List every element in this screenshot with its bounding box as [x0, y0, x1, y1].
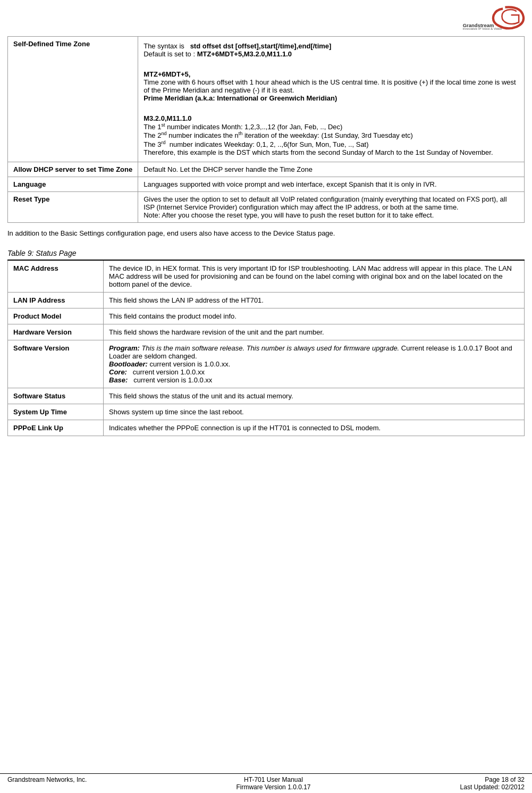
table-row: Reset Type Gives the user the option to …: [8, 191, 525, 222]
table-row: Allow DHCP server to set Time Zone Defau…: [8, 162, 525, 177]
row-label: MAC Address: [8, 260, 104, 293]
footer: Grandstream Networks, Inc. HT-701 User M…: [0, 773, 532, 793]
row-label: Language: [8, 177, 138, 191]
table-row: Self-Defined Time Zone The syntax is std…: [8, 37, 525, 162]
row-content: Gives the user the option to set to defa…: [138, 191, 525, 222]
row-label: Allow DHCP server to set Time Zone: [8, 162, 138, 177]
row-label: Hardware Version: [8, 324, 104, 340]
row-label: System Up Time: [8, 404, 104, 420]
footer-right: Page 18 of 32 Last Updated: 02/2012: [460, 776, 525, 791]
top-table: Self-Defined Time Zone The syntax is std…: [7, 36, 525, 223]
row-content: Indicates whether the PPPoE connection i…: [104, 420, 525, 436]
row-label: Reset Type: [8, 191, 138, 222]
row-label: Software Version: [8, 340, 104, 388]
table-row: Product Model This field contains the pr…: [8, 308, 525, 324]
intro-paragraph: In addition to the Basic Settings config…: [7, 228, 525, 239]
status-table: MAC Address The device ID, in HEX format…: [7, 260, 525, 436]
header: Grandstream Innovative IP Voice & Video: [0, 0, 532, 33]
main-content: Self-Defined Time Zone The syntax is std…: [0, 33, 532, 773]
row-label: LAN IP Address: [8, 293, 104, 308]
row-content: Program: This is the main software relea…: [104, 340, 525, 388]
row-label: PPPoE Link Up: [8, 420, 104, 436]
row-content: Default No. Let the DHCP server handle t…: [138, 162, 525, 177]
table-row: Language Languages supported with voice …: [8, 177, 525, 191]
row-label: Software Status: [8, 388, 104, 404]
footer-left: Grandstream Networks, Inc.: [7, 776, 87, 791]
footer-center: HT-701 User Manual Firmware Version 1.0.…: [236, 776, 310, 791]
table-row: Hardware Version This field shows the ha…: [8, 324, 525, 340]
row-content: This field shows the LAN IP address of t…: [104, 293, 525, 308]
grandstream-logo: Grandstream Innovative IP Voice & Video: [462, 4, 526, 31]
row-content: This field shows the status of the unit …: [104, 388, 525, 404]
logo-area: Grandstream Innovative IP Voice & Video: [462, 4, 526, 31]
row-content: The syntax is std offset dst [offset],st…: [138, 37, 525, 162]
row-content: The device ID, in HEX format. This is ve…: [104, 260, 525, 293]
row-content: This field contains the product model in…: [104, 308, 525, 324]
page-wrapper: Grandstream Innovative IP Voice & Video …: [0, 0, 532, 793]
table-row: Software Version Program: This is the ma…: [8, 340, 525, 388]
row-label: Self-Defined Time Zone: [8, 37, 138, 162]
footer-right-line1: Page 18 of 32: [460, 776, 525, 783]
table-row: LAN IP Address This field shows the LAN …: [8, 293, 525, 308]
table-row: Software Status This field shows the sta…: [8, 388, 525, 404]
row-label: Product Model: [8, 308, 104, 324]
table-caption: Table 9: Status Page: [7, 249, 525, 257]
footer-right-line2: Last Updated: 02/2012: [460, 783, 525, 791]
footer-center-line1: HT-701 User Manual: [236, 776, 310, 783]
row-content: Shows system up time since the last rebo…: [104, 404, 525, 420]
row-content: This field shows the hardware revision o…: [104, 324, 525, 340]
table-row: PPPoE Link Up Indicates whether the PPPo…: [8, 420, 525, 436]
table-row: MAC Address The device ID, in HEX format…: [8, 260, 525, 293]
footer-center-line2: Firmware Version 1.0.0.17: [236, 783, 310, 791]
row-content: Languages supported with voice prompt an…: [138, 177, 525, 191]
svg-text:Innovative IP Voice & Video: Innovative IP Voice & Video: [463, 27, 502, 30]
table-row: System Up Time Shows system up time sinc…: [8, 404, 525, 420]
